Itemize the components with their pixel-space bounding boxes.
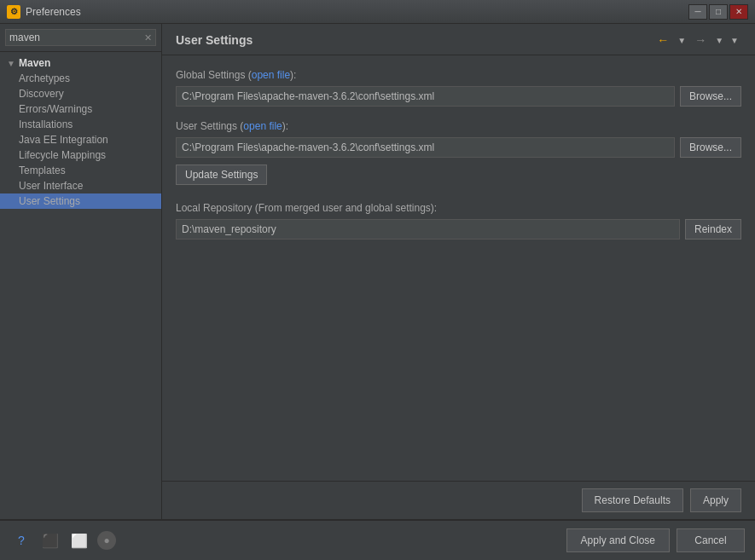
search-clear-icon[interactable]: ✕ — [144, 32, 152, 43]
global-browse-button[interactable]: Browse... — [680, 86, 741, 107]
forward-dropdown-button[interactable]: ▼ — [712, 33, 726, 48]
cancel-button[interactable]: Cancel — [677, 528, 745, 552]
apply-button[interactable]: Apply — [690, 488, 741, 512]
sidebar-item-label: User Interface — [19, 180, 83, 192]
tree-root-maven[interactable]: ▼ Maven — [0, 55, 161, 71]
search-container: ✕ — [0, 24, 161, 52]
footer-left: ? ⬛ ⬜ ● — [10, 529, 116, 551]
tree-container: ▼ Maven Archetypes Discovery Errors/Warn… — [0, 52, 161, 519]
local-repo-row: Reindex — [176, 219, 741, 240]
window-controls: ─ □ ✕ — [688, 4, 748, 20]
sidebar-item-installations[interactable]: Installations — [0, 117, 161, 132]
sidebar-item-label: Java EE Integration — [19, 134, 108, 146]
sidebar-item-label: Templates — [19, 165, 66, 176]
maximize-button[interactable]: □ — [709, 4, 728, 20]
sidebar-item-archetypes[interactable]: Archetypes — [0, 71, 161, 86]
footer-right: Apply and Close Cancel — [566, 528, 745, 552]
record-icon[interactable]: ● — [97, 531, 116, 550]
global-settings-row: Browse... — [176, 86, 741, 107]
sidebar-item-lifecycle[interactable]: Lifecycle Mappings — [0, 147, 161, 163]
sidebar-item-label: Installations — [19, 118, 73, 130]
search-input[interactable] — [9, 32, 144, 43]
sidebar-item-templates[interactable]: Templates — [0, 163, 161, 178]
forward-button[interactable]: → — [690, 31, 711, 49]
global-settings-section: Global Settings (open file): Browse... — [176, 69, 741, 107]
global-open-file-link[interactable]: open file — [252, 69, 290, 81]
content-area: ✕ ▼ Maven Archetypes Discovery Errors/Wa… — [0, 24, 755, 519]
sidebar-item-label: Discovery — [19, 88, 64, 100]
sidebar-item-user-settings[interactable]: User Settings — [0, 193, 161, 209]
right-panel: User Settings ← ▼ → ▼ ▼ — [162, 24, 755, 519]
local-repo-section: Local Repository (From merged user and g… — [176, 202, 741, 240]
close-button[interactable]: ✕ — [729, 4, 748, 20]
sidebar: ✕ ▼ Maven Archetypes Discovery Errors/Wa… — [0, 24, 162, 519]
local-repo-label: Local Repository (From merged user and g… — [176, 202, 741, 214]
footer: ? ⬛ ⬜ ● Apply and Close Cancel — [0, 519, 755, 560]
window-title: Preferences — [26, 6, 81, 18]
user-settings-label: User Settings (open file): — [176, 120, 741, 132]
search-wrapper: ✕ — [5, 29, 156, 46]
apply-close-button[interactable]: Apply and Close — [566, 528, 670, 552]
back-dropdown-button[interactable]: ▼ — [675, 33, 688, 48]
minimize-button[interactable]: ─ — [688, 4, 707, 20]
action-bar: Restore Defaults Apply — [162, 481, 755, 519]
main-container: ✕ ▼ Maven Archetypes Discovery Errors/Wa… — [0, 24, 755, 560]
tree-arrow-icon: ▼ — [7, 59, 15, 68]
sidebar-item-label: Errors/Warnings — [19, 103, 92, 115]
sidebar-item-errors-warnings[interactable]: Errors/Warnings — [0, 101, 161, 117]
sidebar-item-discovery[interactable]: Discovery — [0, 86, 161, 101]
back-arrow-icon: ← — [657, 33, 669, 47]
user-settings-section: User Settings (open file): Browse... Upd… — [176, 120, 741, 185]
back-button[interactable]: ← — [653, 31, 673, 49]
global-settings-input[interactable] — [176, 86, 675, 107]
sidebar-item-label: User Settings — [19, 195, 80, 207]
restore-defaults-button[interactable]: Restore Defaults — [582, 488, 683, 512]
user-settings-row: Browse... — [176, 137, 741, 158]
tree-root-label: Maven — [19, 57, 50, 69]
sidebar-item-label: Archetypes — [19, 72, 70, 84]
title-bar: ⚙ Preferences ─ □ ✕ — [0, 0, 755, 24]
sidebar-item-java-ee[interactable]: Java EE Integration — [0, 132, 161, 147]
export-icon[interactable]: ⬜ — [68, 529, 90, 551]
reindex-button[interactable]: Reindex — [685, 219, 741, 240]
extra-dropdown-button[interactable]: ▼ — [728, 33, 741, 48]
import-icon[interactable]: ⬛ — [39, 529, 61, 551]
user-browse-button[interactable]: Browse... — [680, 137, 741, 158]
global-settings-label: Global Settings (open file): — [176, 69, 741, 81]
panel-title: User Settings — [176, 33, 253, 47]
user-open-file-link[interactable]: open file — [243, 120, 282, 132]
sidebar-item-user-interface[interactable]: User Interface — [0, 178, 161, 193]
panel-content: Global Settings (open file): Browse... U… — [162, 55, 755, 481]
update-settings-button[interactable]: Update Settings — [176, 165, 267, 185]
sidebar-item-label: Lifecycle Mappings — [19, 149, 106, 161]
user-settings-input[interactable] — [176, 137, 675, 158]
forward-arrow-icon: → — [694, 33, 706, 47]
app-icon: ⚙ — [7, 5, 20, 19]
local-repo-input[interactable] — [176, 219, 680, 240]
help-icon[interactable]: ? — [10, 529, 32, 551]
panel-header: User Settings ← ▼ → ▼ ▼ — [162, 24, 755, 55]
